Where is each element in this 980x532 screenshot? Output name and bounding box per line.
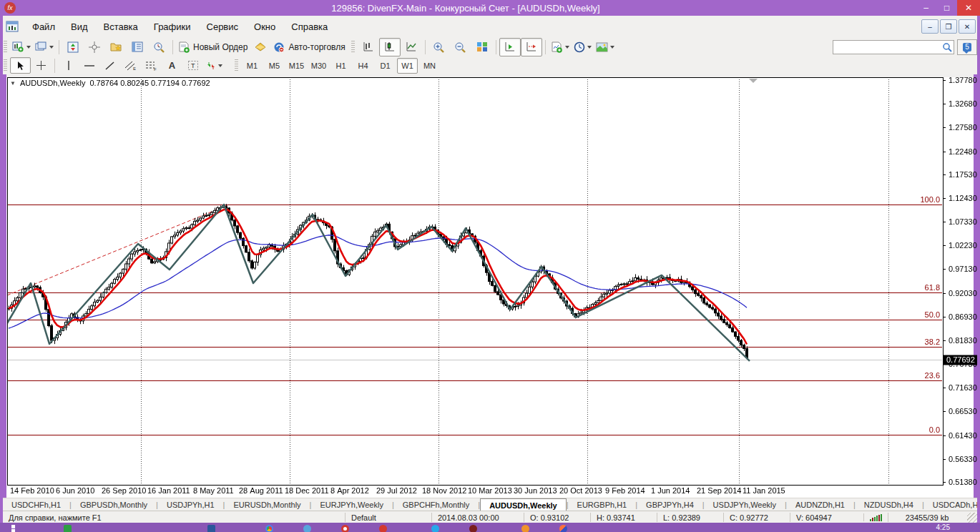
chart-shift-button[interactable] <box>521 38 542 56</box>
zoom-out-button[interactable] <box>450 38 471 56</box>
timeframe-m15-button[interactable]: M15 <box>286 58 307 74</box>
status-volume: V: 604947 <box>790 513 863 522</box>
tile-windows-button[interactable] <box>471 38 493 56</box>
taskbar-app-icon[interactable] <box>341 525 349 532</box>
taskbar-app-icon[interactable] <box>469 525 477 532</box>
indicators-button[interactable] <box>549 38 572 56</box>
candlestick-chart-button[interactable] <box>379 38 401 56</box>
chart-tabs-bar: USDCHFh,H1|GBPUSDh,Monthly|USDJPYh,H1|EU… <box>3 498 977 511</box>
window-maximize-button[interactable]: □ <box>936 0 957 16</box>
chart-restore-button[interactable]: ❐ <box>940 19 957 34</box>
autotrading-button[interactable]: Авто-торговля <box>271 38 347 56</box>
search-icon[interactable] <box>942 42 952 52</box>
timeframe-m30-button[interactable]: M30 <box>308 58 329 74</box>
toolbar-grip[interactable] <box>4 41 7 54</box>
timeframe-h4-button[interactable]: H4 <box>353 58 373 74</box>
price-chart-canvas[interactable] <box>0 74 980 498</box>
timeframe-m5-button[interactable]: M5 <box>264 58 285 74</box>
drawing-toolbar: E F A T M1 M5 M15 M30 H1 H4 D1 W1 MN <box>0 56 980 75</box>
menu-view[interactable]: Вид <box>63 19 96 35</box>
metaeditor-button[interactable] <box>250 38 271 56</box>
arrows-tool-button[interactable] <box>203 57 225 74</box>
periods-button[interactable] <box>572 38 594 56</box>
tab-usdcadh-h4[interactable]: USDCADh,H4 <box>924 498 980 511</box>
strategy-tester-button[interactable] <box>148 38 170 56</box>
menu-tools[interactable]: Сервис <box>199 19 247 35</box>
status-open: O: 0.93102 <box>524 513 590 522</box>
tab-usdchfh-h1[interactable]: USDCHFh,H1 <box>3 498 69 511</box>
timeframe-mn-button[interactable]: MN <box>419 58 440 74</box>
status-high: H: 0.93741 <box>590 513 657 522</box>
taskbar-app-icon[interactable] <box>521 525 529 532</box>
toolbar-grip[interactable] <box>351 41 355 54</box>
menu-help[interactable]: Справка <box>283 19 335 35</box>
tab-audnzdh-h1[interactable]: AUDNZDh,H1 <box>787 498 853 511</box>
new-chart-button[interactable] <box>10 38 33 56</box>
chart-area: ▼ AUDUSDh,Weekly 0.78764 0.80245 0.77194… <box>0 74 980 498</box>
taskbar-app-icon[interactable] <box>379 525 387 532</box>
chart-minimize-button[interactable]: – <box>921 19 939 34</box>
window-close-button[interactable]: ✕ <box>957 0 980 16</box>
templates-button[interactable] <box>594 38 617 56</box>
bar-chart-button[interactable] <box>358 38 379 56</box>
tab-gbpusdh-monthly[interactable]: GBPUSDh,Monthly <box>72 498 156 511</box>
search-input[interactable] <box>833 40 954 54</box>
vertical-line-tool-button[interactable] <box>58 57 79 74</box>
text-tool-button[interactable]: A <box>162 57 182 74</box>
tab-eurjpyh-weekly[interactable]: EURJPYh,Weekly <box>311 498 391 511</box>
timeframe-d1-button[interactable]: D1 <box>375 58 396 74</box>
horizontal-line-tool-button[interactable] <box>79 57 99 74</box>
taskbar-firefox-icon[interactable] <box>559 525 567 532</box>
navigator-button[interactable] <box>105 38 127 56</box>
tab-nzdusdh-h4[interactable]: NZDUSDh,H4 <box>856 498 922 511</box>
chart-close-button[interactable]: ✕ <box>959 19 976 34</box>
search-box <box>833 40 954 54</box>
legend-collapse-icon[interactable]: ▼ <box>10 80 16 87</box>
terminal-button[interactable] <box>127 38 148 56</box>
cursor-tool-button[interactable] <box>10 57 31 74</box>
trendline-tool-button[interactable] <box>99 57 120 74</box>
timeframe-m1-button[interactable]: M1 <box>242 58 263 74</box>
menu-file[interactable]: Файл <box>24 19 63 35</box>
menu-charts[interactable]: Графики <box>146 19 199 35</box>
taskbar-app-icon[interactable] <box>431 525 439 532</box>
tab-audusdh-weekly[interactable]: AUDUSDh,Weekly <box>480 498 567 511</box>
svg-text:E: E <box>133 66 136 71</box>
toolbar-grip[interactable] <box>4 59 7 72</box>
line-chart-button[interactable] <box>401 38 422 56</box>
auto-scroll-button[interactable] <box>499 38 521 56</box>
notifications-button[interactable]: 5 <box>957 39 977 55</box>
chart-profiles-button[interactable] <box>33 38 56 56</box>
status-profile[interactable]: Default <box>345 513 431 522</box>
zoom-in-button[interactable] <box>428 38 450 56</box>
chevron-down-icon <box>218 64 222 67</box>
taskbar-app-icon[interactable] <box>207 525 215 532</box>
start-button[interactable] <box>0 522 19 532</box>
tab-usdjpyh-h1[interactable]: USDJPYh,H1 <box>158 498 223 511</box>
new-order-button[interactable]: Новый Ордер <box>176 38 250 56</box>
equidistant-channel-tool-button[interactable]: E <box>120 57 141 74</box>
tab-gbpjpyh-h4[interactable]: GBPJPYh,H4 <box>637 498 702 511</box>
tab-usdjpyh-weekly[interactable]: USDJPYh,Weekly <box>705 498 785 511</box>
menu-window[interactable]: Окно <box>246 19 283 35</box>
chevron-down-icon <box>587 46 592 49</box>
toolbar-separator <box>425 40 426 54</box>
market-watch-button[interactable] <box>62 38 84 56</box>
tab-eurusdh-monthly[interactable]: EURUSDh,Monthly <box>225 498 309 511</box>
text-label-tool-button[interactable]: T <box>182 57 203 74</box>
taskbar-app-icon[interactable] <box>303 525 311 532</box>
tab-gbpchfh-monthly[interactable]: GBPCHFh,Monthly <box>394 498 479 511</box>
window-minimize-button[interactable]: – <box>916 0 936 16</box>
toolbar-grip[interactable] <box>235 59 238 72</box>
tab-eurgbph-h1[interactable]: EURGBPh,H1 <box>569 498 636 511</box>
menu-insert[interactable]: Вставка <box>96 19 146 35</box>
crosshair-tool-button[interactable] <box>31 57 52 74</box>
taskbar-app-icon[interactable] <box>64 525 72 532</box>
fibonacci-tool-button[interactable]: F <box>141 57 162 74</box>
timeframe-w1-button[interactable]: W1 <box>397 58 418 74</box>
timeframe-h1-button[interactable]: H1 <box>330 58 351 74</box>
resize-grip[interactable] <box>967 513 977 523</box>
data-window-button[interactable] <box>84 38 105 56</box>
legend-symbol: AUDUSDh,Weekly <box>20 79 86 87</box>
taskbar-chrome-icon[interactable] <box>265 525 273 532</box>
